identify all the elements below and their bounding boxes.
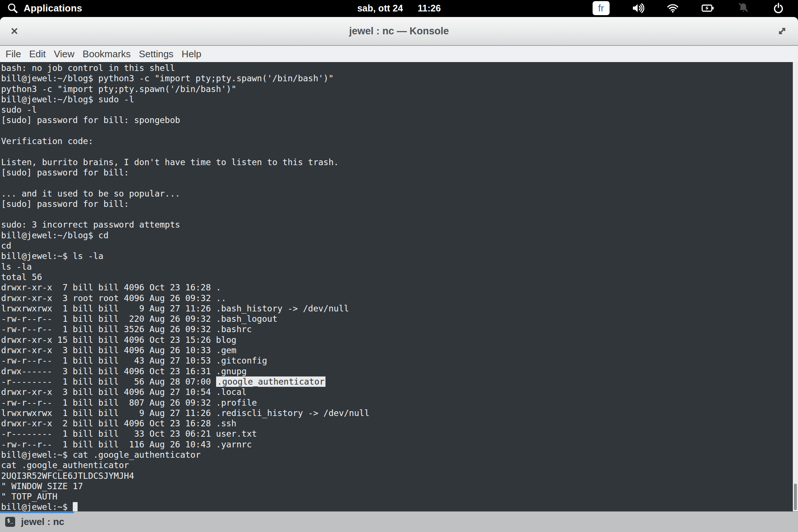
terminal-line bbox=[1, 209, 791, 219]
terminal-line bbox=[1, 178, 791, 188]
terminal-line: -r-------- 1 bill bill 56 Aug 28 07:00 .… bbox=[1, 376, 791, 387]
terminal-line: drwxr-xr-x 2 bill bill 4096 Oct 23 16:28… bbox=[1, 418, 791, 429]
terminal-line: bill@jewel:~$ bbox=[1, 502, 791, 511]
konsole-window: jewel : nc — Konsole FileEditViewBookmar… bbox=[0, 17, 798, 532]
terminal-line: -rw-r--r-- 1 bill bill 3526 Aug 26 09:32… bbox=[1, 324, 791, 334]
maximize-button[interactable] bbox=[776, 25, 788, 37]
menu-item-file[interactable]: File bbox=[1, 46, 25, 62]
terminal-line: -r-------- 1 bill bill 33 Oct 23 06:21 u… bbox=[1, 429, 791, 439]
terminal-line: -rw-r--r-- 1 bill bill 220 Aug 26 09:32 … bbox=[1, 314, 791, 324]
menu-item-view[interactable]: View bbox=[50, 46, 79, 62]
system-tray: fr bbox=[593, 1, 798, 15]
desktop-screen: Applications sab, ott 24 11:26 fr bbox=[0, 0, 798, 532]
terminal-line: drwxr-xr-x 15 bill bill 4096 Oct 23 15:2… bbox=[1, 335, 791, 345]
terminal-line: lrwxrwxrwx 1 bill bill 9 Aug 27 11:26 .b… bbox=[1, 303, 791, 314]
terminal-line: python3 -c "import pty;pty.spawn('/bin/b… bbox=[1, 84, 791, 94]
terminal-cursor bbox=[73, 502, 78, 511]
terminal-line: Verification code: bbox=[1, 136, 791, 146]
terminal-line: " TOTP_AUTH bbox=[1, 491, 791, 502]
terminal-view[interactable]: bash: no job control in this shellbill@j… bbox=[0, 62, 798, 511]
terminal-line: Listen, burrito brains, I don't have tim… bbox=[1, 157, 791, 167]
terminal-line: bill@jewel:~/blog$ sudo -l bbox=[1, 94, 791, 105]
terminal-line: 2UQI3R52WFCLE6JTLDCSJYMJH4 bbox=[1, 471, 791, 481]
terminal-line: cd bbox=[1, 241, 791, 251]
selected-text: .google_authenticator bbox=[216, 376, 326, 387]
menu-bar: FileEditViewBookmarksSettingsHelp bbox=[0, 46, 798, 62]
terminal-line: ls -la bbox=[1, 262, 791, 272]
terminal-line: bill@jewel:~$ ls -la bbox=[1, 251, 791, 261]
title-bar[interactable]: jewel : nc — Konsole bbox=[0, 17, 798, 46]
close-button[interactable] bbox=[9, 25, 20, 37]
clock-time: 11:26 bbox=[418, 3, 441, 14]
terminal-line: [sudo] password for bill: bbox=[1, 199, 791, 209]
terminal-line: bill@jewel:~$ cat .google_authenticator bbox=[1, 450, 791, 460]
menu-item-settings[interactable]: Settings bbox=[135, 46, 178, 62]
battery-charging-icon[interactable] bbox=[701, 1, 715, 15]
power-icon[interactable] bbox=[772, 2, 785, 14]
terminal-line: drwx------ 3 bill bill 4096 Oct 23 16:31… bbox=[1, 366, 791, 376]
tab-bar: $_ jewel : nc bbox=[0, 511, 798, 532]
terminal-line: ... and it used to be so popular... bbox=[1, 188, 791, 199]
top-panel: Applications sab, ott 24 11:26 fr bbox=[0, 0, 798, 16]
wifi-icon[interactable] bbox=[666, 2, 679, 14]
terminal-line bbox=[1, 126, 791, 136]
search-icon bbox=[7, 2, 18, 14]
terminal-line: " WINDOW_SIZE 17 bbox=[1, 481, 791, 491]
menu-item-bookmarks[interactable]: Bookmarks bbox=[79, 46, 135, 62]
terminal-line: -rw-r--r-- 1 bill bill 43 Aug 27 10:53 .… bbox=[1, 355, 791, 366]
scrollbar-thumb[interactable] bbox=[794, 484, 797, 510]
terminal-line: drwxr-xr-x 3 bill bill 4096 Aug 27 10:54… bbox=[1, 387, 791, 397]
applications-menu-button[interactable]: Applications bbox=[0, 2, 82, 14]
terminal-line: bill@jewel:~/blog$ python3 -c "import pt… bbox=[1, 73, 791, 83]
terminal-line: sudo: 3 incorrect password attempts bbox=[1, 219, 791, 230]
terminal-line: sudo -l bbox=[1, 105, 791, 115]
terminal-scrollbar[interactable] bbox=[793, 62, 798, 511]
terminal-line: bill@jewel:~/blog$ cd bbox=[1, 230, 791, 241]
menu-item-edit[interactable]: Edit bbox=[25, 46, 50, 62]
terminal-line: drwxr-xr-x 3 bill bill 4096 Aug 26 10:33… bbox=[1, 345, 791, 355]
notifications-muted-icon[interactable] bbox=[737, 1, 750, 15]
window-title: jewel : nc — Konsole bbox=[0, 25, 798, 37]
volume-icon[interactable] bbox=[632, 2, 644, 14]
terminal-line: [sudo] password for bill: spongebob bbox=[1, 115, 791, 125]
applications-menu-label: Applications bbox=[24, 3, 82, 14]
terminal-line bbox=[1, 146, 791, 157]
terminal-line: [sudo] password for bill: bbox=[1, 167, 791, 178]
keyboard-layout-indicator[interactable]: fr bbox=[593, 1, 610, 15]
menu-item-help[interactable]: Help bbox=[178, 46, 205, 62]
terminal-tab-icon: $_ bbox=[5, 517, 15, 527]
tab-jewel-nc[interactable]: $_ jewel : nc bbox=[0, 512, 74, 532]
terminal-line: cat .google_authenticator bbox=[1, 460, 791, 470]
terminal-line: bash: no job control in this shell bbox=[1, 63, 791, 73]
clock-date: sab, ott 24 bbox=[357, 3, 403, 14]
terminal-output: bash: no job control in this shellbill@j… bbox=[1, 63, 791, 511]
keyboard-layout-label: fr bbox=[598, 3, 604, 13]
terminal-line: lrwxrwxrwx 1 bill bill 9 Aug 27 11:26 .r… bbox=[1, 408, 791, 418]
terminal-line: drwxr-xr-x 7 bill bill 4096 Oct 23 16:28… bbox=[1, 282, 791, 293]
terminal-line: -rw-r--r-- 1 bill bill 807 Aug 26 09:32 … bbox=[1, 398, 791, 408]
clock[interactable]: sab, ott 24 11:26 bbox=[357, 0, 441, 16]
terminal-line: -rw-r--r-- 1 bill bill 116 Aug 26 10:43 … bbox=[1, 439, 791, 450]
terminal-line: total 56 bbox=[1, 272, 791, 282]
tab-label: jewel : nc bbox=[21, 516, 64, 528]
terminal-line: drwxr-xr-x 3 root root 4096 Aug 26 09:32… bbox=[1, 293, 791, 303]
